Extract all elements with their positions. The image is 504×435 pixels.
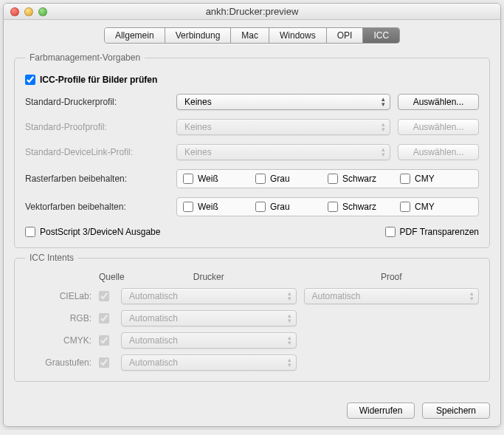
intents-grid: Quelle Drucker Proof CIELab: Automatisch… bbox=[25, 272, 479, 371]
cmyk-source-checkbox bbox=[99, 335, 109, 346]
cielab-proof-value: Automatisch bbox=[312, 291, 361, 301]
raster-label: Rasterfarben beibehalten: bbox=[25, 174, 169, 184]
vector-gray-checkbox[interactable] bbox=[255, 202, 266, 212]
raster-gray-label: Grau bbox=[270, 174, 290, 184]
vector-cmy-checkbox[interactable] bbox=[400, 202, 410, 212]
vector-gray-label: Grau bbox=[270, 202, 290, 212]
raster-black-label: Schwarz bbox=[342, 174, 376, 184]
raster-cmy-checkbox[interactable] bbox=[400, 174, 410, 184]
tab-verbindung[interactable]: Verbindung bbox=[165, 28, 232, 43]
pdftrans-checkbox[interactable] bbox=[385, 227, 396, 237]
check-profiles-row: ICC-Profile für Bilder prüfen bbox=[25, 75, 479, 85]
printer-profile-row: Standard-Druckerprofil: Keines ▴▾ Auswäh… bbox=[25, 94, 479, 110]
raster-white-checkbox[interactable] bbox=[183, 174, 193, 184]
titlebar: ankh:Drucker:preview bbox=[4, 4, 500, 20]
raster-row: Rasterfarben beibehalten: Weiß Grau Schw… bbox=[25, 169, 479, 188]
raster-gray-checkbox[interactable] bbox=[255, 174, 266, 184]
updown-icon: ▴▾ bbox=[382, 97, 385, 107]
col-source-header: Quelle bbox=[99, 272, 114, 282]
gray-label: Graustufen: bbox=[25, 357, 92, 368]
devicelink-profile-select: Keines ▴▾ bbox=[176, 144, 390, 160]
devicelink-profile-choose-button: Auswählen... bbox=[398, 144, 479, 160]
tab-icc[interactable]: ICC bbox=[363, 28, 399, 43]
updown-icon: ▴▾ bbox=[382, 122, 385, 132]
proof-profile-row: Standard-Proofprofil: Keines ▴▾ Auswähle… bbox=[25, 119, 479, 135]
updown-icon: ▴▾ bbox=[288, 291, 291, 301]
vector-black-checkbox[interactable] bbox=[328, 202, 338, 212]
ps3-label: PostScript 3/DeviceN Ausgabe bbox=[40, 227, 160, 237]
tab-opi[interactable]: OPI bbox=[327, 28, 364, 43]
cielab-printer-select: Automatisch▴▾ bbox=[121, 288, 297, 304]
footer: Widerrufen Speichern bbox=[4, 392, 500, 426]
fm-legend: Farbmanagement-Vorgaben bbox=[25, 52, 145, 63]
raster-cmy-label: CMY bbox=[415, 174, 435, 184]
vector-row: Vektorfarben beibehalten: Weiß Grau Schw… bbox=[25, 197, 479, 216]
window-title: ankh:Drucker:preview bbox=[4, 6, 500, 17]
gray-source-checkbox bbox=[99, 357, 109, 368]
updown-icon: ▴▾ bbox=[382, 147, 385, 157]
gray-printer-select: Automatisch▴▾ bbox=[121, 354, 297, 371]
updown-icon: ▴▾ bbox=[288, 335, 291, 346]
printer-profile-select[interactable]: Keines ▴▾ bbox=[176, 94, 390, 110]
col-proof-header: Proof bbox=[304, 272, 480, 282]
proof-profile-value: Keines bbox=[184, 122, 212, 132]
gray-printer-value: Automatisch bbox=[129, 357, 178, 368]
cmyk-label: CMYK: bbox=[25, 335, 92, 346]
close-icon[interactable] bbox=[10, 7, 19, 16]
rgb-source-checkbox bbox=[99, 313, 109, 323]
rgb-printer-value: Automatisch bbox=[129, 313, 178, 323]
fm-group: Farbmanagement-Vorgaben ICC-Profile für … bbox=[14, 52, 490, 248]
vector-label: Vektorfarben beibehalten: bbox=[25, 202, 169, 212]
vector-colors-group: Weiß Grau Schwarz CMY bbox=[176, 197, 479, 216]
tab-windows[interactable]: Windows bbox=[269, 28, 327, 43]
vector-white-checkbox[interactable] bbox=[183, 202, 193, 212]
rgb-label: RGB: bbox=[25, 313, 92, 323]
tab-mac[interactable]: Mac bbox=[231, 28, 269, 43]
revert-button[interactable]: Widerrufen bbox=[347, 403, 415, 419]
pdftrans-label: PDF Transparenzen bbox=[400, 227, 479, 237]
proof-profile-select: Keines ▴▾ bbox=[176, 119, 390, 135]
proof-profile-label: Standard-Proofprofil: bbox=[25, 122, 169, 132]
window: ankh:Drucker:preview Allgemein Verbindun… bbox=[3, 3, 501, 427]
tab-bar: Allgemein Verbindung Mac Windows OPI ICC bbox=[4, 20, 500, 48]
devicelink-profile-label: Standard-DeviceLink-Profil: bbox=[25, 147, 169, 157]
tab-segment: Allgemein Verbindung Mac Windows OPI ICC bbox=[104, 27, 400, 44]
bottom-check-row: PostScript 3/DeviceN Ausgabe PDF Transpa… bbox=[25, 227, 479, 237]
raster-white-label: Weiß bbox=[198, 174, 218, 184]
cmyk-printer-value: Automatisch bbox=[129, 335, 178, 346]
devicelink-profile-row: Standard-DeviceLink-Profil: Keines ▴▾ Au… bbox=[25, 144, 479, 160]
rgb-printer-select: Automatisch▴▾ bbox=[121, 310, 297, 326]
traffic-lights bbox=[4, 7, 47, 16]
cielab-source-checkbox bbox=[99, 291, 109, 301]
cmyk-printer-select: Automatisch▴▾ bbox=[121, 332, 297, 349]
col-printer-header: Drucker bbox=[121, 272, 297, 282]
raster-black-checkbox[interactable] bbox=[328, 174, 338, 184]
zoom-icon[interactable] bbox=[38, 7, 47, 16]
save-button[interactable]: Speichern bbox=[422, 403, 490, 419]
printer-profile-choose-button[interactable]: Auswählen... bbox=[398, 94, 479, 110]
content-area: Farbmanagement-Vorgaben ICC-Profile für … bbox=[4, 52, 500, 392]
raster-colors-group: Weiß Grau Schwarz CMY bbox=[176, 169, 479, 188]
cielab-printer-value: Automatisch bbox=[129, 291, 178, 301]
vector-cmy-label: CMY bbox=[415, 202, 435, 212]
updown-icon: ▴▾ bbox=[288, 313, 291, 323]
cielab-proof-select: Automatisch▴▾ bbox=[304, 288, 480, 304]
minimize-icon[interactable] bbox=[24, 7, 33, 16]
intents-legend: ICC Intents bbox=[25, 253, 78, 263]
printer-profile-label: Standard-Druckerprofil: bbox=[25, 97, 169, 107]
ps3-checkbox[interactable] bbox=[25, 227, 35, 237]
devicelink-profile-value: Keines bbox=[184, 147, 212, 157]
vector-black-label: Schwarz bbox=[342, 202, 376, 212]
intents-group: ICC Intents Quelle Drucker Proof CIELab:… bbox=[14, 253, 490, 382]
vector-white-label: Weiß bbox=[198, 202, 218, 212]
updown-icon: ▴▾ bbox=[470, 291, 474, 301]
check-profiles-label: ICC-Profile für Bilder prüfen bbox=[40, 75, 157, 85]
tab-allgemein[interactable]: Allgemein bbox=[105, 28, 165, 43]
printer-profile-value: Keines bbox=[184, 97, 212, 107]
cielab-label: CIELab: bbox=[25, 291, 92, 301]
updown-icon: ▴▾ bbox=[288, 357, 291, 368]
check-profiles-checkbox[interactable] bbox=[25, 75, 35, 85]
proof-profile-choose-button: Auswählen... bbox=[398, 119, 479, 135]
